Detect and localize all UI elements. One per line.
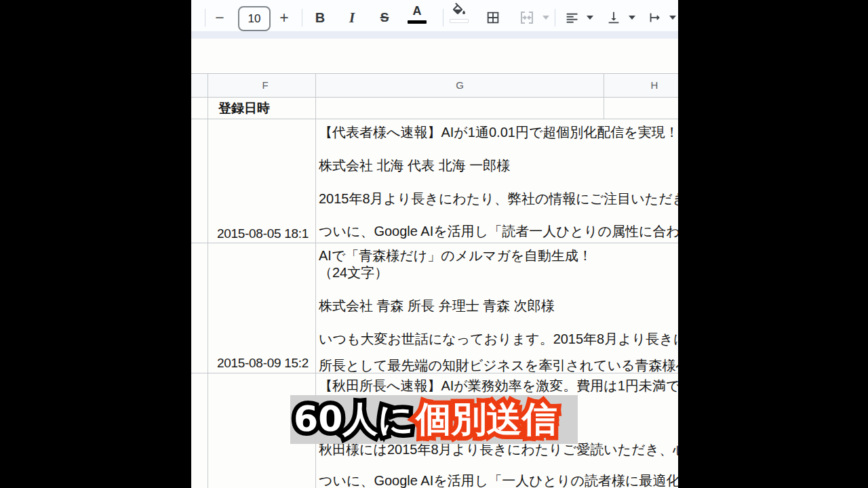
fill-color-swatch [450, 19, 469, 23]
grid-line [208, 73, 208, 488]
bold-button[interactable]: B [315, 0, 325, 35]
plus-icon: + [279, 9, 288, 27]
cell-f1-registration-datetime[interactable]: 登録日時 [218, 100, 270, 116]
italic-button[interactable]: I [349, 0, 355, 35]
zoom-in-button[interactable]: + [279, 0, 288, 35]
fill-color-button[interactable] [450, 3, 469, 23]
font-size-value: 10 [248, 12, 261, 26]
caption-overlay: 60人に60人に個別送信個別送信 [294, 395, 557, 444]
column-header-h[interactable]: H [651, 76, 658, 95]
paint-bucket-icon [451, 3, 467, 19]
grid-line [191, 119, 678, 119]
strikethrough-button[interactable]: S [380, 0, 389, 35]
caption-prefix: 60人に60人に [294, 395, 414, 443]
chevron-down-icon [669, 16, 676, 20]
letterbox-right [678, 0, 868, 488]
horizontal-align-dropdown[interactable] [587, 0, 593, 35]
zoom-out-button[interactable]: − [215, 0, 224, 35]
chevron-down-icon [587, 16, 593, 20]
borders-button[interactable] [486, 0, 500, 35]
text-color-icon: A [413, 1, 422, 20]
cell-text-line: 所長として最先端の知財ビジネスを牽引されている青森様へ [319, 358, 678, 373]
italic-icon: I [349, 9, 355, 26]
cell-text-line: 【代表者様へ速報】AIが1通0.01円で超個別化配信を実現！ [319, 125, 678, 140]
toolbar-separator [555, 9, 555, 26]
toolbar: − 10 + B I S A [191, 0, 678, 39]
letterbox-left [0, 0, 191, 488]
grid-line [191, 243, 678, 243]
cell-text-line: （24文字） [319, 265, 388, 281]
vertical-align-button[interactable] [606, 0, 621, 35]
grid-line [191, 373, 678, 373]
cell-text-line: 2015年8月より長きにわたり、弊社の情報にご注目いただき [319, 191, 678, 207]
spreadsheet-app: − 10 + B I S A [191, 0, 678, 488]
date-value: 2015-08-09 15:2 [217, 355, 316, 371]
strikethrough-icon: S [380, 10, 389, 25]
merge-cells-icon [519, 9, 535, 26]
video-frame: − 10 + B I S A [0, 0, 868, 488]
caption-highlight: 個別送信個別送信 [416, 395, 557, 443]
font-size-input[interactable]: 10 [238, 6, 271, 31]
date-value: 2015-08-05 18:1 [217, 226, 316, 241]
chevron-down-icon [629, 16, 635, 20]
cell-text-line: 【秋田所長へ速報】AIが業務効率を激変。費用は1円未満で [319, 378, 678, 394]
text-overflow-icon [648, 10, 663, 25]
toolbar-separator [443, 9, 443, 26]
text-wrapping-button[interactable] [648, 0, 663, 35]
borders-icon [486, 10, 500, 25]
text-wrapping-dropdown[interactable] [669, 0, 676, 35]
minus-icon: − [215, 9, 224, 27]
cell-text-line: いつも大変お世話になっております。2015年8月より長きに [319, 331, 678, 347]
cell-text-line: ついに、Google AIを活用し「一人ひとりの読者様に最適化 [319, 473, 678, 488]
align-left-icon [566, 9, 579, 26]
text-color-button[interactable]: A [408, 1, 427, 24]
grid-line [191, 97, 678, 98]
cell-text-line: 株式会社 青森 所長 弁理士 青森 次郎様 [319, 298, 555, 314]
cell-text-line: AIで「青森様だけ」のメルマガを自動生成！ [319, 248, 592, 264]
toolbar-separator [302, 9, 302, 26]
column-header-f[interactable]: F [262, 76, 268, 95]
cell-text-line: 秋田様には2015年8月より長きにわたりご愛読いただき、心 [319, 442, 678, 458]
merge-cells-dropdown[interactable] [542, 0, 549, 35]
vertical-align-bottom-icon [606, 10, 621, 25]
text-color-swatch [408, 20, 427, 24]
merge-cells-button[interactable] [519, 0, 535, 35]
grid-line [604, 73, 604, 119]
chevron-down-icon [542, 16, 549, 20]
horizontal-align-button[interactable] [566, 0, 579, 35]
column-header-g[interactable]: G [456, 76, 464, 95]
toolbar-separator [205, 9, 205, 26]
grid-line [191, 73, 678, 74]
bold-icon: B [315, 10, 325, 26]
cell-text-line: ついに、Google AIを活用し「読者一人ひとりの属性に合わせ [319, 224, 678, 239]
vertical-align-dropdown[interactable] [629, 0, 635, 35]
cell-text-line: 株式会社 北海 代表 北海 一郎様 [319, 158, 510, 174]
